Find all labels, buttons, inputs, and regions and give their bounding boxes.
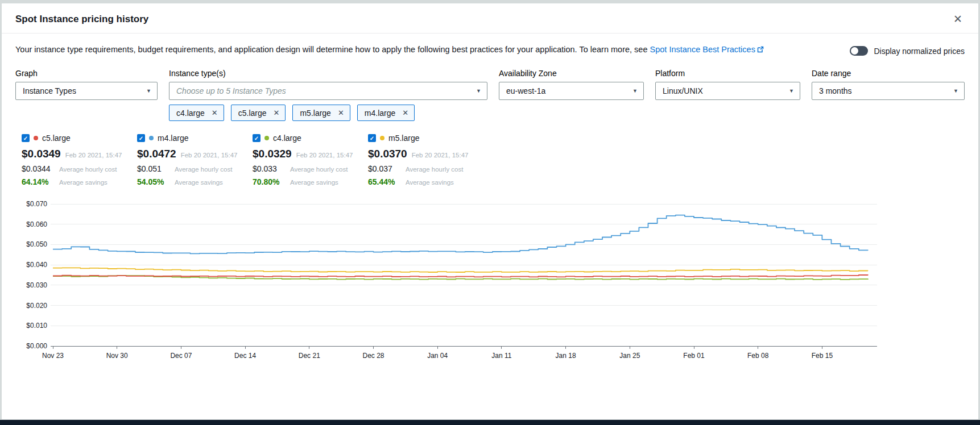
price-timestamp: Feb 20 2021, 15:47 (65, 152, 122, 159)
tag-label: m5.large (300, 109, 330, 118)
legend-card-m5-large: ✓ m5.large $0.0370 Feb 20 2021, 15:47 $0… (368, 134, 483, 190)
average-price-row: $0.037 Average hourly cost (368, 164, 483, 173)
remove-tag-icon[interactable]: ✕ (274, 109, 280, 116)
legend-card-head: ✓ c5.large (22, 134, 137, 143)
chevron-down-icon: ▼ (789, 89, 794, 94)
platform-value: Linux/UNIX (663, 86, 703, 95)
series-color-dot (34, 136, 38, 140)
average-price-label: Average hourly cost (175, 166, 232, 173)
remove-tag-icon[interactable]: ✕ (212, 109, 218, 116)
modal-content: Your instance type requirements, budget … (2, 34, 978, 366)
average-price: $0.033 (253, 164, 290, 173)
svg-text:$0.070: $0.070 (26, 200, 47, 208)
svg-text:Feb 01: Feb 01 (683, 352, 705, 360)
savings-row: 65.44% Average savings (368, 177, 483, 186)
current-price: $0.0349 (22, 148, 65, 160)
close-icon[interactable]: ✕ (951, 13, 965, 26)
tag-m5-large: m5.large ✕ (292, 105, 350, 121)
svg-text:$0.050: $0.050 (26, 241, 47, 249)
savings-row: 54.05% Average savings (137, 177, 253, 186)
modal-header: Spot Instance pricing history ✕ (2, 3, 978, 34)
price-history-chart: $0.000$0.010$0.020$0.030$0.040$0.050$0.0… (15, 196, 965, 366)
filter-platform-label: Platform (655, 69, 800, 78)
external-link-icon (757, 44, 764, 56)
intro-text: Your instance type requirements, budget … (15, 43, 764, 56)
intro-text-body: Your instance type requirements, budget … (15, 45, 650, 54)
average-price-label: Average hourly cost (290, 166, 348, 173)
savings-label: Average savings (59, 179, 107, 186)
savings-percent: 64.14% (22, 177, 59, 186)
savings-row: 70.80% Average savings (253, 177, 368, 186)
graph-select[interactable]: Instance Types ▼ (15, 82, 158, 100)
availability-zone-select[interactable]: eu-west-1a ▼ (499, 82, 644, 100)
current-price: $0.0329 (253, 148, 296, 160)
series-legend: ✓ c5.large $0.0349 Feb 20 2021, 15:47 $0… (22, 134, 965, 190)
svg-text:Jan 25: Jan 25 (619, 352, 640, 360)
svg-text:Jan 04: Jan 04 (427, 352, 448, 360)
svg-text:Nov 23: Nov 23 (42, 352, 64, 360)
svg-text:$0.010: $0.010 (26, 322, 47, 330)
normalized-prices-toggle[interactable] (850, 46, 868, 56)
average-price-label: Average hourly cost (406, 166, 463, 173)
series-checkbox[interactable]: ✓ (253, 134, 260, 142)
price-timestamp: Feb 20 2021, 15:47 (412, 152, 469, 159)
svg-text:Dec 28: Dec 28 (362, 352, 384, 360)
svg-text:Dec 07: Dec 07 (170, 352, 192, 360)
series-color-dot (264, 136, 269, 140)
legend-card-c5-large: ✓ c5.large $0.0349 Feb 20 2021, 15:47 $0… (22, 134, 137, 190)
filter-platform: Platform Linux/UNIX ▼ (655, 69, 800, 100)
series-color-dot (149, 136, 154, 140)
selected-instance-tags: c4.large ✕ c5.large ✕ m5.large ✕ m4.larg… (169, 105, 965, 121)
svg-text:$0.040: $0.040 (26, 261, 47, 269)
platform-select[interactable]: Linux/UNIX ▼ (655, 82, 800, 100)
series-checkbox[interactable]: ✓ (22, 134, 30, 142)
legend-card-head: ✓ m4.large (137, 134, 253, 143)
filter-graph-label: Graph (15, 69, 158, 78)
chevron-down-icon: ▼ (476, 89, 481, 94)
savings-percent: 65.44% (368, 177, 406, 186)
price-timestamp: Feb 20 2021, 15:47 (181, 152, 238, 159)
tag-c5-large: c5.large ✕ (231, 105, 286, 121)
average-price: $0.0344 (22, 164, 59, 173)
series-checkbox[interactable]: ✓ (368, 134, 376, 142)
average-price-row: $0.0344 Average hourly cost (22, 164, 137, 173)
average-price-label: Average hourly cost (59, 166, 117, 173)
average-price-row: $0.051 Average hourly cost (137, 164, 253, 173)
current-price-row: $0.0370 Feb 20 2021, 15:47 (368, 148, 483, 160)
average-price: $0.037 (368, 164, 406, 173)
chevron-down-icon: ▼ (146, 89, 151, 94)
series-name: c5.large (42, 134, 71, 143)
remove-tag-icon[interactable]: ✕ (338, 109, 344, 116)
intro-row: Your instance type requirements, budget … (15, 43, 965, 56)
filter-date-range-label: Date range (812, 69, 965, 78)
legend-card-head: ✓ c4.large (253, 134, 368, 143)
average-price-row: $0.033 Average hourly cost (253, 164, 368, 173)
remove-tag-icon[interactable]: ✕ (402, 109, 408, 116)
svg-text:$0.060: $0.060 (26, 220, 47, 228)
best-practices-link-label: Spot Instance Best Practices (650, 45, 755, 54)
svg-text:Feb 08: Feb 08 (747, 352, 769, 360)
bottom-page-strip (0, 420, 980, 425)
svg-text:Jan 11: Jan 11 (491, 352, 511, 360)
date-range-value: 3 months (819, 86, 852, 95)
svg-text:Dec 21: Dec 21 (299, 352, 320, 360)
date-range-select[interactable]: 3 months ▼ (812, 82, 965, 100)
legend-card-head: ✓ m5.large (368, 134, 483, 143)
tag-label: c5.large (238, 109, 267, 118)
savings-label: Average savings (175, 179, 223, 186)
series-name: m4.large (158, 134, 188, 143)
instance-types-select[interactable]: Choose up to 5 Instance Types ▼ (169, 82, 487, 100)
current-price-row: $0.0472 Feb 20 2021, 15:47 (137, 148, 253, 160)
series-name: m5.large (388, 134, 419, 143)
best-practices-link[interactable]: Spot Instance Best Practices (650, 45, 764, 54)
filter-graph: Graph Instance Types ▼ (15, 69, 158, 100)
toggle-label: Display normalized prices (874, 47, 965, 56)
series-checkbox[interactable]: ✓ (137, 134, 145, 142)
svg-text:Nov 30: Nov 30 (106, 352, 128, 360)
current-price: $0.0472 (137, 148, 181, 160)
toggle-knob (851, 47, 858, 55)
instance-types-placeholder: Choose up to 5 Instance Types (176, 86, 286, 95)
svg-text:Dec 14: Dec 14 (234, 352, 256, 360)
spot-pricing-modal: Spot Instance pricing history ✕ Your ins… (1, 3, 979, 420)
tag-label: c4.large (176, 109, 205, 118)
